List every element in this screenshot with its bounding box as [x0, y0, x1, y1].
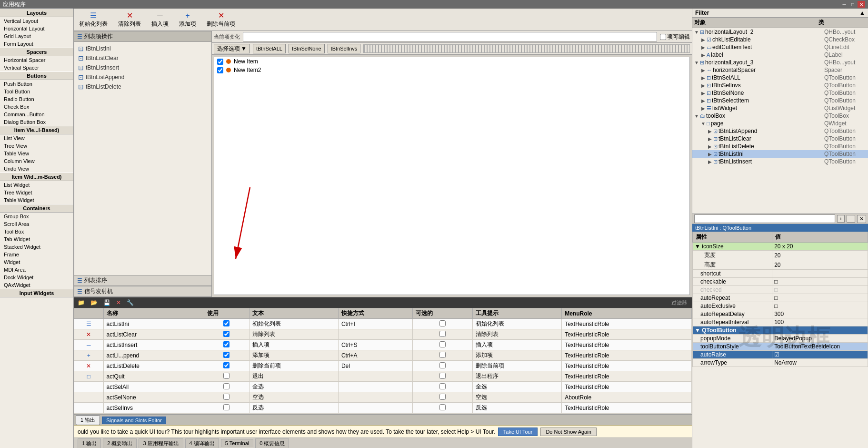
props-row-11[interactable]: autoRaise ☑ — [693, 351, 868, 359]
tree-expander-10[interactable]: ▶ — [700, 106, 707, 111]
tree-expander-1[interactable]: ▶ — [700, 37, 707, 42]
props-row-0[interactable]: ▼ iconSize 20 x 20 — [693, 243, 868, 251]
action-row-3[interactable]: + actLi...ppend 添加项 Ctrl+A 添加项 TextHeuri… — [74, 350, 692, 361]
status-tab-0[interactable]: 1 输出 — [78, 438, 101, 448]
action-used-3[interactable] — [204, 350, 249, 361]
take-tour-btn[interactable]: Take UI Tour — [498, 428, 538, 436]
prop-val-7[interactable]: 100 — [772, 318, 868, 326]
sidebar-item-widget[interactable]: Widget — [0, 258, 73, 266]
props-row-6[interactable]: autoRepeatDelay 300 — [693, 310, 868, 318]
tree-row-3[interactable]: ▶ A label QLabel — [692, 51, 868, 59]
tBtnSelNone-btn[interactable]: tBtnSelNone — [289, 44, 325, 53]
toolbar-init-btn[interactable]: ☰ 初始化列表 — [76, 10, 111, 30]
tree-expander-5[interactable]: ▶ — [700, 68, 707, 73]
props-filter-input[interactable] — [694, 214, 835, 223]
maximize-button[interactable]: □ — [849, 1, 857, 8]
status-tab-5[interactable]: 0 概要信息 — [255, 438, 289, 448]
tree-expander-16[interactable]: ▶ — [707, 152, 713, 157]
action-checkable-4[interactable] — [413, 361, 473, 371]
tree-row-7[interactable]: ▶ ⊡ tBtnSelInvs QToolButton — [692, 81, 868, 89]
list-view[interactable]: New Item New Item2 — [214, 57, 690, 295]
tree-row-13[interactable]: ▶ ⊡ tBtnListAppend QToolButton — [692, 127, 868, 135]
sidebar-item-stacked-widget[interactable]: Stacked Widget — [0, 243, 73, 251]
tree-row-2[interactable]: ▶ ▭ editCutItemText QLineEdit — [692, 43, 868, 51]
prop-val-0[interactable]: 20 x 20 — [772, 243, 868, 251]
toolbar-clear-btn[interactable]: ✕ 清除列表 — [115, 10, 144, 30]
tree-row-12[interactable]: ▼ □ page QWidget — [692, 120, 868, 127]
tree-expander-0[interactable]: ▼ — [693, 30, 700, 35]
props-filter-remove[interactable]: ─ — [847, 215, 855, 223]
action-row-4[interactable]: ✕ actListDelete 删除当前项 Del 删除当前项 TextHeur… — [74, 361, 692, 371]
tree-row-4[interactable]: ▼ ⊞ horizontalLayout_3 QHBo...yout — [692, 59, 868, 66]
bottom-btn-4[interactable]: 🔧 — [125, 298, 136, 307]
prop-child-val-0-1[interactable]: 20 — [772, 260, 868, 270]
tree-row-16[interactable]: ▶ ⊡ tBtnListIni QToolButton — [692, 150, 868, 158]
action-checkable-7[interactable] — [413, 392, 473, 403]
tree-row-0[interactable]: ▼ ⊞ horizontalLayout_2 QHBo...yout — [692, 28, 868, 36]
action-table-container[interactable]: 名称 使用 文本 快捷方式 可选的 工具提示 MenuRole ☰ actLis… — [74, 308, 692, 414]
sidebar-item-list-widget[interactable]: List Widget — [0, 181, 73, 189]
action-used-2[interactable] — [204, 340, 249, 350]
ops-item-tBtnListAppend[interactable]: ⊡ tBtnListAppend — [76, 72, 210, 82]
sidebar-item-table-widget[interactable]: Table Widget — [0, 196, 73, 204]
sidebar-item-column-view[interactable]: Column View — [0, 157, 73, 165]
tree-row-17[interactable]: ▶ ⊡ tBtnListInsert QToolButton — [692, 158, 868, 165]
sidebar-item-table-view[interactable]: Table View — [0, 150, 73, 157]
prop-val-10[interactable]: ToolButtonTextBesideIcon — [772, 343, 868, 351]
props-row-9[interactable]: popupMode DelayedPopup — [693, 335, 868, 343]
tree-row-10[interactable]: ▶ ☰ listWidget QListWidget — [692, 104, 868, 112]
action-checkable-3[interactable] — [413, 350, 473, 361]
sidebar-item-frame[interactable]: Frame — [0, 251, 73, 258]
action-checkable-5[interactable] — [413, 371, 473, 382]
sidebar-item-horizontal-layout[interactable]: Horizontal Layout — [0, 25, 73, 32]
status-tab-1[interactable]: 2 概要输出 — [103, 438, 137, 448]
prop-val-5[interactable]: □ — [772, 302, 868, 310]
tree-expander-4[interactable]: ▼ — [693, 60, 700, 65]
sidebar-item-qax-widget[interactable]: QAxWidget — [0, 281, 73, 289]
tBtnSelALL-btn[interactable]: tBtnSelALL — [253, 44, 286, 53]
prop-val-4[interactable]: □ — [772, 294, 868, 302]
editable-checkbox[interactable]: 项可编辑 — [660, 33, 690, 41]
tree-expander-17[interactable]: ▶ — [707, 159, 713, 164]
props-row-2[interactable]: checkable □ — [693, 278, 868, 286]
props-filter-add[interactable]: + — [837, 215, 845, 223]
sidebar-item-radio-button[interactable]: Radio Button — [0, 95, 73, 103]
sidebar-item-dock-widget[interactable]: Dock Widget — [0, 274, 73, 281]
props-table[interactable]: 属性 值 ▼ iconSize 20 x 20 宽度 20 高度 20 shor… — [692, 232, 868, 448]
sidebar-item-scroll-area[interactable]: Scroll Area — [0, 220, 73, 228]
tree-row-9[interactable]: ▶ ⊡ tBtnSelectItem QToolButton — [692, 97, 868, 104]
sidebar-item-group-box[interactable]: Group Box — [0, 213, 73, 220]
props-child-0-0[interactable]: 宽度 20 — [693, 251, 868, 260]
sidebar-item-dialog-button[interactable]: Dialog Button Box — [0, 118, 73, 126]
tree-row-1[interactable]: ▶ ☑ chkListEditable QCheckBox — [692, 36, 868, 43]
sidebar-item-form-layout[interactable]: Form Layout — [0, 40, 73, 48]
select-options-btn[interactable]: 选择选项 ▼ — [214, 44, 250, 53]
action-used-5[interactable] — [204, 371, 249, 382]
prop-val-9[interactable]: DelayedPopup — [772, 335, 868, 343]
prop-val-3[interactable]: □ — [772, 286, 868, 294]
signals-slots-btn[interactable]: Signals and Slots Editor — [102, 417, 166, 424]
list-item-0[interactable]: New Item — [214, 57, 689, 66]
status-tab-2[interactable]: 3 应用程序输出 — [139, 438, 183, 448]
toolbar-add-btn[interactable]: + 添加项 — [176, 10, 200, 30]
tree-row-8[interactable]: ▶ ⊡ tBtnSelNone QToolButton — [692, 89, 868, 97]
prop-val-11[interactable]: ☑ — [772, 351, 868, 359]
tree-expander-15[interactable]: ▶ — [707, 144, 713, 149]
sidebar-item-check-box[interactable]: Check Box — [0, 103, 73, 111]
action-editor-btn[interactable]: 1 输出 — [76, 415, 100, 425]
tree-row-15[interactable]: ▶ ⊡ tBtnListDelete QToolButton — [692, 143, 868, 150]
props-section-expand-8[interactable]: ▼ — [695, 327, 700, 334]
prop-child-val-0-0[interactable]: 20 — [772, 251, 868, 260]
list-item-0-checkbox[interactable] — [217, 59, 223, 65]
tree-expander-14[interactable]: ▶ — [707, 136, 713, 142]
action-checkable-6[interactable] — [413, 382, 473, 392]
action-used-4[interactable] — [204, 361, 249, 371]
bottom-btn-3[interactable]: ✕ — [114, 298, 123, 307]
toolbar-delete-btn[interactable]: ✕ 删除当前项 — [203, 10, 239, 30]
tree-row-14[interactable]: ▶ ⊡ tBtnListClear QToolButton — [692, 135, 868, 143]
sidebar-item-tree-view[interactable]: Tree View — [0, 142, 73, 150]
ops-item-tBtnListDelete[interactable]: ⊡ tBtnListDelete — [76, 82, 210, 92]
prop-val-2[interactable]: □ — [772, 278, 868, 286]
sidebar-item-tab-widget[interactable]: Tab Widget — [0, 235, 73, 243]
action-used-0[interactable] — [204, 319, 249, 329]
